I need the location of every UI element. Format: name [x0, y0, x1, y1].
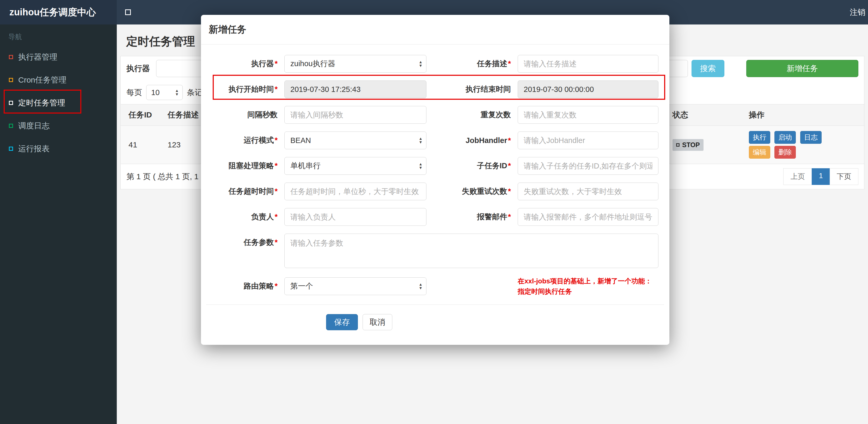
sidebar-item-executor-manage[interactable]: 执行器管理 — [0, 45, 117, 68]
form-row: 执行器 zuihou执行器 ▲▼ 任务描述 — [206, 55, 664, 73]
sidebar-item-cron-task[interactable]: Cron任务管理 — [0, 68, 117, 91]
select-arrows-icon: ▲▼ — [418, 60, 423, 67]
end-time-label: 执行结束时间 — [427, 84, 518, 95]
job-handler-label: JobHandler — [427, 136, 518, 145]
feature-note-line1: 在xxl-jobs项目的基础上，新增了一个功能： — [518, 276, 658, 286]
job-param-textarea[interactable] — [284, 234, 658, 268]
sidebar-item-label: Cron任务管理 — [18, 75, 66, 86]
logout-link[interactable]: 注销 — [850, 7, 868, 18]
select-arrows-icon: ▲▼ — [175, 89, 179, 96]
form-row: 负责人 报警邮件 — [206, 208, 664, 226]
square-icon — [9, 101, 13, 105]
sidebar-item-label: 定时任务管理 — [18, 98, 65, 108]
repeat-label: 重复次数 — [427, 110, 518, 120]
column-header-actions: 操作 — [741, 104, 864, 126]
alarm-email-label: 报警邮件 — [427, 212, 518, 222]
end-time-input[interactable] — [518, 80, 658, 98]
modal-footer: 保存 取消 — [206, 304, 664, 330]
cell-actions: 执行 启动 日志 编辑 删除 — [741, 126, 864, 164]
executor-select[interactable]: zuihou执行器 ▲▼ — [284, 55, 427, 73]
page-size-value: 10 — [151, 88, 159, 97]
interval-input[interactable] — [284, 106, 427, 124]
save-button[interactable]: 保存 — [326, 314, 358, 330]
stop-square-icon — [676, 143, 680, 146]
cell-task-id: 41 — [121, 126, 160, 164]
status-badge: STOP — [673, 139, 704, 151]
block-strategy-label: 阻塞处理策略 — [206, 161, 284, 171]
form-row: 阻塞处理策略 单机串行 ▲▼ 子任务ID — [206, 157, 664, 175]
start-time-input[interactable] — [284, 80, 427, 98]
square-icon — [9, 55, 13, 59]
sidebar-toggle-icon[interactable] — [125, 9, 131, 15]
block-strategy-select[interactable]: 单机串行 ▲▼ — [284, 157, 427, 175]
alarm-email-input[interactable] — [518, 208, 658, 226]
modal-body: 执行器 zuihou执行器 ▲▼ 任务描述 执行开始时间 执行结束时间 间隔秒数… — [201, 44, 670, 297]
select-arrows-icon: ▲▼ — [418, 162, 423, 169]
route-strategy-select-value: 第一个 — [290, 281, 313, 291]
sidebar-item-label: 调度日志 — [18, 121, 50, 131]
job-desc-input[interactable] — [518, 55, 658, 73]
page-1-button[interactable]: 1 — [812, 168, 830, 185]
sidebar-item-scheduled-task[interactable]: 定时任务管理 — [0, 91, 117, 114]
executor-filter-label: 执行器 — [126, 63, 150, 74]
status-badge-label: STOP — [682, 141, 700, 149]
job-desc-label: 任务描述 — [427, 59, 518, 69]
child-job-label: 子任务ID — [427, 161, 518, 171]
child-job-input[interactable] — [518, 157, 658, 175]
route-strategy-select[interactable]: 第一个 ▲▼ — [284, 278, 427, 295]
start-time-label: 执行开始时间 — [206, 84, 284, 95]
run-mode-label: 运行模式 — [206, 135, 284, 145]
row-actions: 执行 启动 日志 编辑 删除 — [749, 130, 830, 160]
form-row: 路由策略 第一个 ▲▼ 在xxl-jobs项目的基础上，新增了一个功能： 指定时… — [206, 276, 664, 297]
square-icon — [9, 78, 13, 82]
add-task-modal: 新增任务 执行器 zuihou执行器 ▲▼ 任务描述 执行开始时间 执行结束时间… — [201, 15, 670, 345]
form-row-highlighted: 执行开始时间 执行结束时间 — [206, 80, 664, 98]
log-button[interactable]: 日志 — [800, 131, 822, 144]
app-brand: zuihou任务调度中心 — [0, 0, 117, 25]
edit-button[interactable]: 编辑 — [749, 146, 770, 159]
cancel-button[interactable]: 取消 — [363, 314, 392, 330]
form-row: 任务超时时间 失败重试次数 — [206, 183, 664, 200]
run-mode-select-value: BEAN — [290, 136, 311, 145]
pager: 上页 1 下页 — [783, 168, 858, 185]
sidebar-item-dispatch-log[interactable]: 调度日志 — [0, 114, 117, 137]
executor-label: 执行器 — [206, 59, 284, 69]
executor-select-value: zuihou执行器 — [290, 59, 335, 69]
fail-retry-input[interactable] — [518, 183, 658, 200]
square-icon — [9, 124, 13, 128]
sidebar-item-label: 执行器管理 — [18, 52, 57, 63]
run-button[interactable]: 执行 — [749, 131, 770, 144]
search-button[interactable]: 搜索 — [691, 60, 724, 77]
feature-note-line2: 指定时间执行任务 — [518, 286, 658, 297]
block-strategy-select-value: 单机串行 — [290, 161, 320, 171]
owner-label: 负责人 — [206, 212, 284, 222]
job-param-label: 任务参数 — [206, 234, 284, 248]
delete-button[interactable]: 删除 — [774, 146, 796, 159]
repeat-input[interactable] — [518, 106, 658, 124]
form-row: 任务参数 — [206, 234, 664, 268]
sidebar-item-label: 运行报表 — [18, 143, 50, 154]
feature-note: 在xxl-jobs项目的基础上，新增了一个功能： 指定时间执行任务 — [518, 276, 658, 297]
sidebar-nav-label: 导航 — [0, 25, 117, 45]
square-icon — [9, 146, 13, 151]
owner-input[interactable] — [284, 208, 427, 226]
route-strategy-label: 路由策略 — [206, 281, 284, 291]
add-task-button[interactable]: 新增任务 — [746, 60, 858, 77]
timeout-input[interactable] — [284, 183, 427, 200]
job-handler-input[interactable] — [518, 132, 658, 149]
select-arrows-icon: ▲▼ — [418, 283, 423, 290]
run-mode-select[interactable]: BEAN ▲▼ — [284, 132, 427, 149]
start-button[interactable]: 启动 — [774, 131, 796, 144]
cell-status: STOP — [665, 126, 741, 164]
interval-label: 间隔秒数 — [206, 110, 284, 120]
form-row: 运行模式 BEAN ▲▼ JobHandler — [206, 132, 664, 149]
timeout-label: 任务超时时间 — [206, 186, 284, 197]
column-header-status: 状态 — [665, 104, 741, 126]
page-size-select[interactable]: 10 ▲▼ — [146, 85, 183, 100]
fail-retry-label: 失败重试次数 — [427, 186, 518, 197]
next-page-button[interactable]: 下页 — [830, 168, 858, 185]
page-size-prefix-label: 每页 — [126, 87, 142, 98]
sidebar-item-run-report[interactable]: 运行报表 — [0, 137, 117, 160]
modal-title: 新增任务 — [201, 15, 670, 44]
prev-page-button[interactable]: 上页 — [783, 168, 812, 185]
